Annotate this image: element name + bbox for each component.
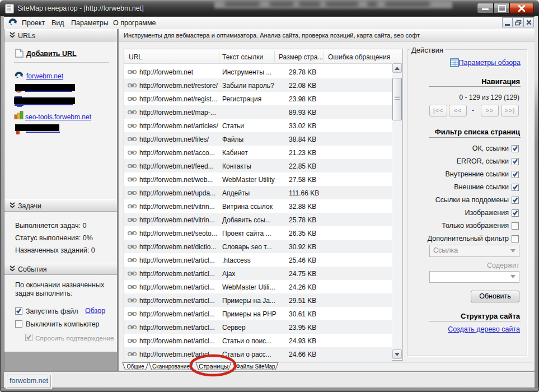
svg-text:Сканирование: Сканирование <box>152 363 190 370</box>
svg-text:Общие: Общие <box>127 363 144 370</box>
svg-text:Файлы SiteMap: Файлы SiteMap <box>236 363 275 370</box>
svg-text:Страницы: Страницы <box>199 363 228 370</box>
